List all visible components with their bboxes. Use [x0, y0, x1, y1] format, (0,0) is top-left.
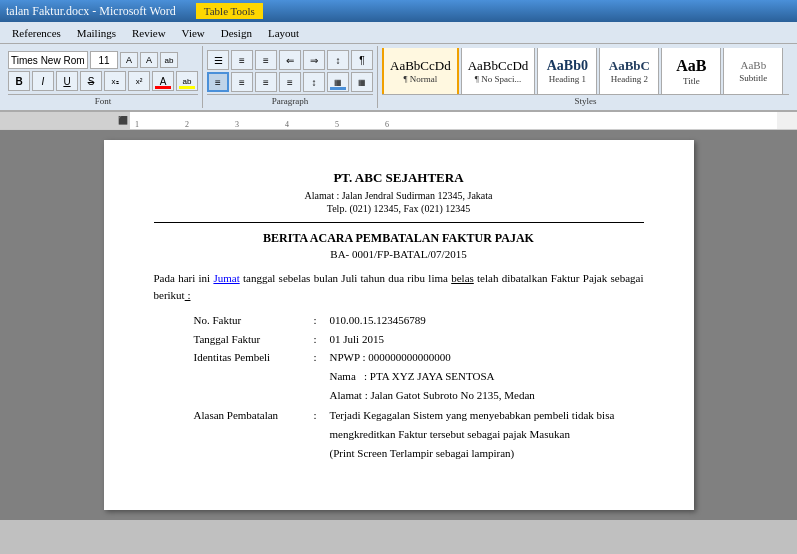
font-grow-btn[interactable]: A: [120, 52, 138, 68]
table-tools-tab: Table Tools: [196, 3, 263, 19]
label-tanggal: Tanggal Faktur: [194, 330, 314, 349]
company-name: PT. ABC SEJAHTERA: [154, 170, 644, 186]
font-name-input[interactable]: [8, 51, 88, 69]
style-title[interactable]: AaB Title: [661, 48, 721, 94]
doc-title: BERITA ACARA PEMBATALAN FAKTUR PAJAK: [154, 231, 644, 246]
subscript-btn[interactable]: x₂: [104, 71, 126, 91]
increase-indent-btn[interactable]: ⇒: [303, 50, 325, 70]
body-text-tanggal: tanggal sebelas bulan Juli tahun dua rib…: [240, 272, 452, 284]
shading-btn[interactable]: ▦: [327, 72, 349, 92]
borders-btn[interactable]: ▦: [351, 72, 373, 92]
font-shrink-btn[interactable]: A: [140, 52, 158, 68]
italic-btn[interactable]: I: [32, 71, 54, 91]
title-bar-text: talan Faktur.docx - Microsoft Word: [6, 4, 176, 19]
divider: [154, 222, 644, 223]
font-group: A A ab B I U S x₂ x² A: [4, 46, 203, 108]
company-address1: Alamat : Jalan Jendral Sudirman 12345, J…: [154, 190, 644, 201]
ruler-inner: 1 2 3 4 5 6: [130, 112, 777, 129]
bullets-btn[interactable]: ☰: [207, 50, 229, 70]
detail-row-faktur: No. Faktur : 010.00.15.123456789: [194, 311, 644, 330]
underline-btn[interactable]: U: [56, 71, 78, 91]
document-area: PT. ABC SEJAHTERA Alamat : Jalan Jendral…: [0, 130, 797, 520]
style-heading1[interactable]: AaBb0 Heading 1: [537, 48, 597, 94]
style-normal[interactable]: AaBbCcDd ¶ Normal: [382, 48, 459, 94]
superscript-btn[interactable]: x²: [128, 71, 150, 91]
body-text-belas: belas: [451, 272, 474, 284]
menu-references[interactable]: References: [4, 25, 69, 41]
align-right-btn[interactable]: ≡: [255, 72, 277, 92]
pilcrow-btn[interactable]: ¶: [351, 50, 373, 70]
font-group-label: Font: [8, 94, 198, 106]
ribbon: A A ab B I U S x₂ x² A: [0, 44, 797, 112]
label-faktur: No. Faktur: [194, 311, 314, 330]
label-identitas: Identitas Pembeli: [194, 348, 314, 404]
style-heading2[interactable]: AaBbC Heading 2: [599, 48, 659, 94]
detail-row-alasan: Alasan Pembatalan : Terjadi Kegagalan Si…: [194, 406, 644, 462]
line-spacing-btn[interactable]: ↕: [303, 72, 325, 92]
font-inputs: A A ab B I U S x₂ x² A: [8, 51, 198, 91]
highlight-btn[interactable]: ab: [176, 71, 198, 91]
style-subtitle[interactable]: AaBb Subtitle: [723, 48, 783, 94]
strikethrough-btn[interactable]: S: [80, 71, 102, 91]
paragraph-group: ☰ ≡ ≡ ⇐ ⇒ ↕ ¶ ≡ ≡ ≡ ≡ ↕: [203, 46, 378, 108]
value-tanggal: 01 Juli 2015: [330, 330, 644, 349]
value-identitas: NPWP : 000000000000000 Nama : PTA XYZ JA…: [330, 348, 644, 404]
menu-mailings[interactable]: Mailings: [69, 25, 124, 41]
paragraph-group-label: Paragraph: [207, 94, 373, 106]
align-center-btn[interactable]: ≡: [231, 72, 253, 92]
style-no-spacing[interactable]: AaBbCcDd ¶ No Spaci...: [461, 48, 536, 94]
menu-view[interactable]: View: [174, 25, 213, 41]
align-left-btn[interactable]: ≡: [207, 72, 229, 92]
ruler: ⬛ 1 2 3 4 5 6: [0, 112, 797, 130]
body-paragraph: Pada hari ini Jumat tanggal sebelas bula…: [154, 270, 644, 303]
font-color-btn[interactable]: A: [152, 71, 174, 91]
clear-format-btn[interactable]: ab: [160, 52, 178, 68]
detail-table: No. Faktur : 010.00.15.123456789 Tanggal…: [194, 311, 644, 463]
detail-row-tanggal: Tanggal Faktur : 01 Juli 2015: [194, 330, 644, 349]
value-faktur: 010.00.15.123456789: [330, 311, 644, 330]
title-bar: talan Faktur.docx - Microsoft Word Table…: [0, 0, 797, 22]
detail-row-identitas: Identitas Pembeli : NPWP : 0000000000000…: [194, 348, 644, 404]
menu-layout[interactable]: Layout: [260, 25, 307, 41]
sort-btn[interactable]: ↕: [327, 50, 349, 70]
menu-review[interactable]: Review: [124, 25, 174, 41]
body-text-jumat: Jumat: [213, 272, 239, 284]
align-justify-btn[interactable]: ≡: [279, 72, 301, 92]
value-alasan: Terjadi Kegagalan Sistem yang menyebabka…: [330, 406, 644, 462]
styles-group: AaBbCcDd ¶ Normal AaBbCcDd ¶ No Spaci...…: [378, 46, 793, 108]
bold-btn[interactable]: B: [8, 71, 30, 91]
page: PT. ABC SEJAHTERA Alamat : Jalan Jendral…: [104, 140, 694, 510]
menu-bar: References Mailings Review View Design L…: [0, 22, 797, 44]
decrease-indent-btn[interactable]: ⇐: [279, 50, 301, 70]
multilevel-btn[interactable]: ≡: [255, 50, 277, 70]
ribbon-main: A A ab B I U S x₂ x² A: [4, 46, 793, 108]
menu-design[interactable]: Design: [213, 25, 260, 41]
body-text-pada: Pada hari ini: [154, 272, 214, 284]
label-alasan: Alasan Pembatalan: [194, 406, 314, 462]
font-size-input[interactable]: [90, 51, 118, 69]
company-address2: Telp. (021) 12345, Fax (021) 12345: [154, 203, 644, 214]
styles-group-label: Styles: [382, 94, 789, 106]
numbering-btn[interactable]: ≡: [231, 50, 253, 70]
doc-subtitle: BA- 0001/FP-BATAL/07/2015: [154, 248, 644, 260]
